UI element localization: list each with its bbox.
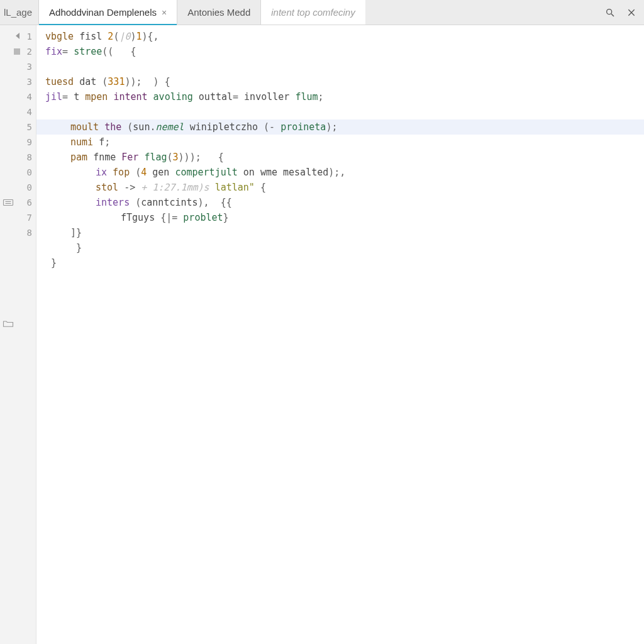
code-line[interactable]: inters (canntcints), {{ bbox=[36, 195, 644, 210]
code-token: ]} bbox=[70, 227, 82, 238]
code-token: vbgle bbox=[45, 31, 79, 42]
line-number: 6 bbox=[21, 197, 32, 208]
gutter-line[interactable]: 9 bbox=[0, 135, 36, 150]
code-token: stree bbox=[74, 46, 102, 57]
tab-inactive[interactable]: Antonies Medd bbox=[177, 0, 261, 25]
code-token: fop bbox=[113, 167, 135, 178]
code-token: wme bbox=[260, 167, 283, 178]
tab-stub[interactable]: lL_age bbox=[0, 0, 39, 25]
code-line[interactable]: fix= stree(( { bbox=[36, 44, 644, 59]
tab-label: Adhoddvinan Demplenels bbox=[49, 7, 157, 18]
gutter-line[interactable]: 4 bbox=[0, 89, 36, 104]
tab-bar: lL_age Adhoddvinan Demplenels × Antonies… bbox=[0, 0, 644, 25]
folder-icon[interactable] bbox=[3, 319, 14, 328]
close-panel-icon[interactable] bbox=[625, 6, 638, 19]
gutter-line[interactable]: 6 bbox=[0, 195, 36, 210]
code-token: ( bbox=[135, 167, 141, 178]
code-line[interactable]: vbgle fisl 2(|0)1){, bbox=[36, 29, 644, 44]
collapse-marker-icon[interactable] bbox=[3, 198, 14, 207]
code-token: t bbox=[74, 91, 85, 103]
code-token: ; bbox=[104, 136, 110, 148]
code-line[interactable] bbox=[36, 59, 644, 74]
code-token: the bbox=[104, 121, 127, 133]
gutter-line[interactable]: 2 bbox=[0, 44, 36, 59]
line-number: 3 bbox=[21, 62, 32, 72]
gutter-line[interactable] bbox=[0, 255, 36, 270]
code-token: ; bbox=[318, 91, 324, 103]
code-token: winipletczho bbox=[190, 121, 264, 133]
gutter-line[interactable]: 0 bbox=[0, 165, 36, 180]
svg-line-1 bbox=[611, 14, 614, 16]
gutter-line[interactable]: 1 bbox=[0, 29, 36, 44]
gutter-line[interactable]: 8 bbox=[0, 225, 36, 240]
line-number: 8 bbox=[21, 228, 32, 238]
code-token: } bbox=[70, 242, 82, 253]
code-line[interactable]: moult the (sun.nemel winipletczho (- pro… bbox=[36, 119, 644, 135]
code-line[interactable]: numi f; bbox=[36, 135, 644, 150]
code-token: latlan" bbox=[215, 182, 260, 193]
gutter-line[interactable]: 3 bbox=[0, 74, 36, 89]
line-number: 2 bbox=[21, 47, 32, 57]
breadcrumb-hint: intent top comfeciny bbox=[261, 0, 365, 25]
code-line[interactable]: ix fop (4 gen compertjult on wme mesalte… bbox=[36, 165, 644, 180]
line-number: 4 bbox=[21, 107, 32, 117]
code-line[interactable]: pam fnme Fer flag(3))); { bbox=[36, 150, 644, 165]
fold-triangle-icon[interactable] bbox=[16, 33, 19, 39]
code-token: tuesd bbox=[45, 76, 79, 87]
gutter-line bbox=[0, 301, 36, 316]
code-line[interactable]: tuesd dat (331)); ) { bbox=[36, 74, 644, 89]
code-line[interactable]: fTguys {|= problet} bbox=[36, 210, 644, 225]
code-token: ){, bbox=[142, 31, 159, 42]
code-token: flum bbox=[295, 91, 318, 103]
gutter-line[interactable]: 5 bbox=[0, 119, 36, 135]
code-token: compertjult bbox=[175, 167, 243, 178]
code-token: ( bbox=[167, 152, 173, 163]
editor-body: 12334459800678 vbgle fisl 2(|0)1){,fix= … bbox=[0, 25, 644, 644]
code-token: = bbox=[62, 91, 74, 103]
code-token: (- bbox=[264, 121, 280, 133]
code-token: gen bbox=[152, 167, 175, 178]
code-line[interactable]: stol -> + 1:27.1mm)s latlan" { bbox=[36, 180, 644, 195]
close-icon[interactable]: × bbox=[162, 8, 167, 17]
line-number: 3 bbox=[21, 77, 32, 87]
code-token: |0 bbox=[119, 31, 130, 42]
code-token: flag bbox=[144, 152, 167, 163]
code-token: )); ) { bbox=[125, 76, 170, 87]
line-number: 0 bbox=[21, 182, 32, 192]
code-token: moult bbox=[70, 121, 104, 133]
code-line[interactable] bbox=[36, 104, 644, 119]
gutter-line[interactable]: 0 bbox=[0, 180, 36, 195]
code-token: 1 bbox=[136, 31, 142, 42]
code-token: } bbox=[223, 212, 229, 223]
code-token: on bbox=[243, 167, 260, 178]
line-number: 8 bbox=[21, 152, 32, 162]
code-line[interactable]: } bbox=[36, 240, 644, 255]
gutter[interactable]: 12334459800678 bbox=[0, 25, 36, 644]
breadcrumb-hint-text: intent top comfeciny bbox=[271, 7, 355, 18]
code-token: ), {{ bbox=[198, 197, 232, 208]
code-token: fTguys bbox=[121, 212, 160, 223]
gutter-line[interactable]: 4 bbox=[0, 104, 36, 119]
line-number: 0 bbox=[21, 167, 32, 177]
code-token: stol bbox=[96, 182, 124, 193]
code-area[interactable]: vbgle fisl 2(|0)1){,fix= stree(( {tuesd … bbox=[36, 25, 644, 644]
code-token: mesalted bbox=[283, 167, 328, 178]
code-line[interactable]: ]} bbox=[36, 225, 644, 240]
code-token: (( { bbox=[102, 46, 136, 57]
tab-stub-label: lL_age bbox=[4, 7, 32, 18]
code-line[interactable]: jil= t mpen intent avoling outtal= invol… bbox=[36, 89, 644, 104]
code-token: intent bbox=[113, 91, 153, 103]
code-token: outtal bbox=[199, 91, 233, 103]
code-token: fix bbox=[45, 46, 62, 57]
gutter-line[interactable]: 3 bbox=[0, 59, 36, 74]
gutter-line[interactable]: 7 bbox=[0, 210, 36, 225]
code-token: jil bbox=[45, 91, 62, 103]
gutter-line[interactable]: 8 bbox=[0, 150, 36, 165]
tab-label: Antonies Medd bbox=[187, 7, 250, 18]
search-icon[interactable] bbox=[604, 6, 616, 19]
gutter-line[interactable] bbox=[0, 240, 36, 255]
gutter-line bbox=[0, 270, 36, 286]
tab-active[interactable]: Adhoddvinan Demplenels × bbox=[39, 0, 177, 25]
code-token: 3 bbox=[173, 152, 179, 163]
code-line[interactable]: } bbox=[36, 255, 644, 270]
